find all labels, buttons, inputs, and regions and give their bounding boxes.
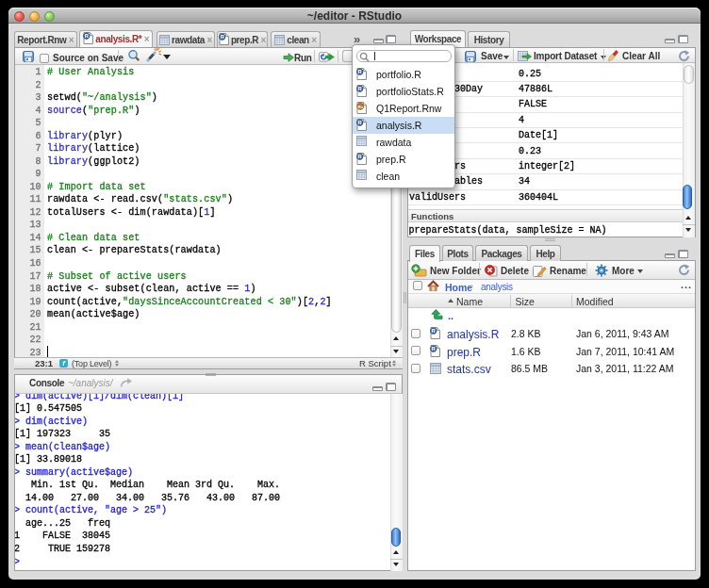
svg-text:Rn: Rn (357, 105, 363, 109)
